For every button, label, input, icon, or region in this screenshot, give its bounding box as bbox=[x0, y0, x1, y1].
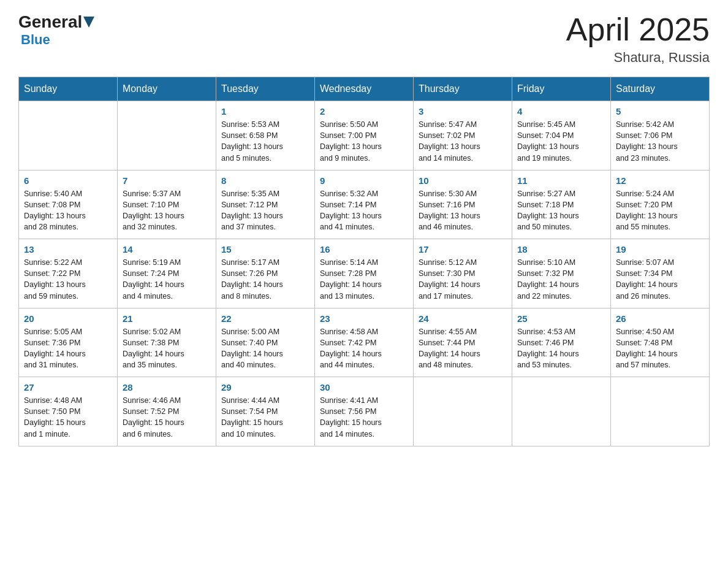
logo-blue-text: Blue bbox=[21, 32, 50, 47]
day-number: 7 bbox=[123, 175, 211, 186]
calendar-cell: 14Sunrise: 5:19 AM Sunset: 7:24 PM Dayli… bbox=[118, 239, 216, 308]
day-info: Sunrise: 5:14 AM Sunset: 7:28 PM Dayligh… bbox=[320, 257, 408, 302]
day-number: 5 bbox=[616, 106, 704, 117]
calendar-cell: 19Sunrise: 5:07 AM Sunset: 7:34 PM Dayli… bbox=[611, 239, 710, 308]
day-info: Sunrise: 5:00 AM Sunset: 7:40 PM Dayligh… bbox=[221, 326, 309, 371]
svg-marker-0 bbox=[83, 17, 94, 28]
logo-area: General Blue bbox=[18, 12, 94, 48]
day-info: Sunrise: 5:10 AM Sunset: 7:32 PM Dayligh… bbox=[517, 257, 605, 302]
location-title: Shatura, Russia bbox=[566, 50, 710, 66]
calendar-cell: 17Sunrise: 5:12 AM Sunset: 7:30 PM Dayli… bbox=[414, 239, 512, 308]
day-info: Sunrise: 4:53 AM Sunset: 7:46 PM Dayligh… bbox=[517, 326, 605, 371]
calendar-cell: 25Sunrise: 4:53 AM Sunset: 7:46 PM Dayli… bbox=[512, 308, 611, 377]
day-info: Sunrise: 5:17 AM Sunset: 7:26 PM Dayligh… bbox=[221, 257, 309, 302]
day-number: 9 bbox=[320, 175, 408, 186]
calendar-week-row: 1Sunrise: 5:53 AM Sunset: 6:58 PM Daylig… bbox=[19, 101, 710, 170]
calendar-cell: 7Sunrise: 5:37 AM Sunset: 7:10 PM Daylig… bbox=[118, 170, 216, 239]
calendar-cell: 8Sunrise: 5:35 AM Sunset: 7:12 PM Daylig… bbox=[216, 170, 315, 239]
calendar-cell: 16Sunrise: 5:14 AM Sunset: 7:28 PM Dayli… bbox=[315, 239, 414, 308]
calendar-cell: 24Sunrise: 4:55 AM Sunset: 7:44 PM Dayli… bbox=[414, 308, 512, 377]
day-number: 6 bbox=[24, 175, 112, 186]
logo: General bbox=[18, 12, 94, 32]
weekday-header-friday: Friday bbox=[512, 77, 611, 101]
calendar-cell: 27Sunrise: 4:48 AM Sunset: 7:50 PM Dayli… bbox=[19, 377, 118, 446]
page-header: General Blue April 2025 Shatura, Russia bbox=[18, 12, 710, 66]
logo-arrow-icon bbox=[83, 17, 94, 28]
day-info: Sunrise: 5:53 AM Sunset: 6:58 PM Dayligh… bbox=[221, 119, 309, 164]
calendar-cell: 1Sunrise: 5:53 AM Sunset: 6:58 PM Daylig… bbox=[216, 101, 315, 170]
calendar-cell: 22Sunrise: 5:00 AM Sunset: 7:40 PM Dayli… bbox=[216, 308, 315, 377]
day-info: Sunrise: 4:55 AM Sunset: 7:44 PM Dayligh… bbox=[419, 326, 507, 371]
calendar-cell bbox=[512, 377, 611, 446]
day-info: Sunrise: 5:45 AM Sunset: 7:04 PM Dayligh… bbox=[517, 119, 605, 164]
calendar-cell: 3Sunrise: 5:47 AM Sunset: 7:02 PM Daylig… bbox=[414, 101, 512, 170]
day-info: Sunrise: 4:48 AM Sunset: 7:50 PM Dayligh… bbox=[24, 395, 112, 440]
day-info: Sunrise: 5:05 AM Sunset: 7:36 PM Dayligh… bbox=[24, 326, 112, 371]
calendar-cell: 20Sunrise: 5:05 AM Sunset: 7:36 PM Dayli… bbox=[19, 308, 118, 377]
weekday-header-wednesday: Wednesday bbox=[315, 77, 414, 101]
day-info: Sunrise: 5:24 AM Sunset: 7:20 PM Dayligh… bbox=[616, 188, 704, 233]
day-number: 11 bbox=[517, 175, 605, 186]
day-info: Sunrise: 4:58 AM Sunset: 7:42 PM Dayligh… bbox=[320, 326, 408, 371]
day-number: 29 bbox=[221, 382, 309, 393]
day-number: 4 bbox=[517, 106, 605, 117]
calendar-cell bbox=[414, 377, 512, 446]
calendar-cell bbox=[611, 377, 710, 446]
day-number: 25 bbox=[517, 313, 605, 324]
day-info: Sunrise: 5:47 AM Sunset: 7:02 PM Dayligh… bbox=[419, 119, 507, 164]
day-info: Sunrise: 4:50 AM Sunset: 7:48 PM Dayligh… bbox=[616, 326, 704, 371]
day-number: 20 bbox=[24, 313, 112, 324]
day-number: 24 bbox=[419, 313, 507, 324]
calendar-cell: 28Sunrise: 4:46 AM Sunset: 7:52 PM Dayli… bbox=[118, 377, 216, 446]
day-info: Sunrise: 5:37 AM Sunset: 7:10 PM Dayligh… bbox=[123, 188, 211, 233]
calendar-table: SundayMondayTuesdayWednesdayThursdayFrid… bbox=[18, 77, 710, 446]
day-number: 2 bbox=[320, 106, 408, 117]
calendar-cell: 10Sunrise: 5:30 AM Sunset: 7:16 PM Dayli… bbox=[414, 170, 512, 239]
day-number: 8 bbox=[221, 175, 309, 186]
weekday-header-monday: Monday bbox=[118, 77, 216, 101]
calendar-cell: 6Sunrise: 5:40 AM Sunset: 7:08 PM Daylig… bbox=[19, 170, 118, 239]
day-number: 12 bbox=[616, 175, 704, 186]
day-info: Sunrise: 5:12 AM Sunset: 7:30 PM Dayligh… bbox=[419, 257, 507, 302]
day-info: Sunrise: 5:40 AM Sunset: 7:08 PM Dayligh… bbox=[24, 188, 112, 233]
day-info: Sunrise: 5:22 AM Sunset: 7:22 PM Dayligh… bbox=[24, 257, 112, 302]
calendar-cell: 23Sunrise: 4:58 AM Sunset: 7:42 PM Dayli… bbox=[315, 308, 414, 377]
day-number: 13 bbox=[24, 244, 112, 255]
day-number: 30 bbox=[320, 382, 408, 393]
calendar-cell: 15Sunrise: 5:17 AM Sunset: 7:26 PM Dayli… bbox=[216, 239, 315, 308]
calendar-cell: 5Sunrise: 5:42 AM Sunset: 7:06 PM Daylig… bbox=[611, 101, 710, 170]
title-area: April 2025 Shatura, Russia bbox=[566, 12, 710, 66]
calendar-week-row: 13Sunrise: 5:22 AM Sunset: 7:22 PM Dayli… bbox=[19, 239, 710, 308]
day-info: Sunrise: 5:19 AM Sunset: 7:24 PM Dayligh… bbox=[123, 257, 211, 302]
calendar-cell: 29Sunrise: 4:44 AM Sunset: 7:54 PM Dayli… bbox=[216, 377, 315, 446]
calendar-week-row: 6Sunrise: 5:40 AM Sunset: 7:08 PM Daylig… bbox=[19, 170, 710, 239]
logo-general-text: General bbox=[18, 12, 82, 32]
day-number: 17 bbox=[419, 244, 507, 255]
day-number: 22 bbox=[221, 313, 309, 324]
day-info: Sunrise: 5:32 AM Sunset: 7:14 PM Dayligh… bbox=[320, 188, 408, 233]
calendar-cell: 13Sunrise: 5:22 AM Sunset: 7:22 PM Dayli… bbox=[19, 239, 118, 308]
weekday-header-tuesday: Tuesday bbox=[216, 77, 315, 101]
calendar-header-row: SundayMondayTuesdayWednesdayThursdayFrid… bbox=[19, 77, 710, 101]
calendar-cell: 12Sunrise: 5:24 AM Sunset: 7:20 PM Dayli… bbox=[611, 170, 710, 239]
day-info: Sunrise: 4:46 AM Sunset: 7:52 PM Dayligh… bbox=[123, 395, 211, 440]
day-number: 23 bbox=[320, 313, 408, 324]
weekday-header-sunday: Sunday bbox=[19, 77, 118, 101]
day-info: Sunrise: 5:27 AM Sunset: 7:18 PM Dayligh… bbox=[517, 188, 605, 233]
day-info: Sunrise: 4:44 AM Sunset: 7:54 PM Dayligh… bbox=[221, 395, 309, 440]
day-number: 26 bbox=[616, 313, 704, 324]
calendar-cell bbox=[118, 101, 216, 170]
day-info: Sunrise: 5:35 AM Sunset: 7:12 PM Dayligh… bbox=[221, 188, 309, 233]
calendar-week-row: 20Sunrise: 5:05 AM Sunset: 7:36 PM Dayli… bbox=[19, 308, 710, 377]
day-number: 1 bbox=[221, 106, 309, 117]
month-title: April 2025 bbox=[566, 12, 710, 47]
day-info: Sunrise: 5:50 AM Sunset: 7:00 PM Dayligh… bbox=[320, 119, 408, 164]
day-number: 27 bbox=[24, 382, 112, 393]
day-info: Sunrise: 5:07 AM Sunset: 7:34 PM Dayligh… bbox=[616, 257, 704, 302]
calendar-cell: 4Sunrise: 5:45 AM Sunset: 7:04 PM Daylig… bbox=[512, 101, 611, 170]
day-number: 28 bbox=[123, 382, 211, 393]
day-info: Sunrise: 5:02 AM Sunset: 7:38 PM Dayligh… bbox=[123, 326, 211, 371]
calendar-cell: 9Sunrise: 5:32 AM Sunset: 7:14 PM Daylig… bbox=[315, 170, 414, 239]
day-number: 15 bbox=[221, 244, 309, 255]
day-number: 10 bbox=[419, 175, 507, 186]
